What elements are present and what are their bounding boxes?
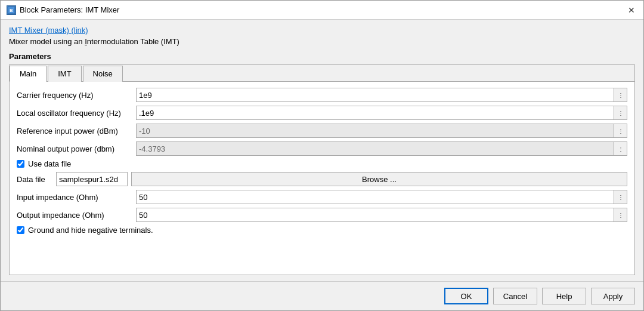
tab-content-main: Carrier frequency (Hz) ⋮ Local oscillato… bbox=[10, 82, 634, 275]
carrier-frequency-dots-btn[interactable]: ⋮ bbox=[614, 88, 627, 102]
ground-hide-label: Ground and hide negative terminals. bbox=[28, 226, 153, 235]
local-oscillator-input-wrap: ⋮ bbox=[136, 106, 627, 120]
cancel-button[interactable]: Cancel bbox=[493, 288, 537, 304]
data-file-label: Data file bbox=[17, 175, 52, 184]
ground-hide-row: Ground and hide negative terminals. bbox=[17, 226, 627, 235]
carrier-frequency-label: Carrier frequency (Hz) bbox=[17, 91, 136, 100]
reference-input-power-input bbox=[136, 124, 614, 138]
svg-text:B: B bbox=[10, 8, 13, 13]
reference-input-power-row: Reference input power (dBm) ⋮ bbox=[17, 124, 627, 138]
use-data-file-row: Use data file bbox=[17, 159, 627, 168]
output-impedance-input[interactable] bbox=[136, 208, 614, 222]
nominal-output-power-dots-btn[interactable]: ⋮ bbox=[614, 141, 627, 156]
nominal-output-power-input bbox=[136, 141, 614, 156]
data-file-row: Data file Browse ... bbox=[17, 172, 627, 186]
input-impedance-dots-btn[interactable]: ⋮ bbox=[614, 190, 627, 204]
apply-button[interactable]: Apply bbox=[591, 288, 635, 304]
block-parameters-dialog: B Block Parameters: IMT Mixer ✕ IMT Mixe… bbox=[0, 0, 644, 311]
carrier-frequency-input[interactable] bbox=[136, 88, 614, 102]
input-impedance-input[interactable] bbox=[136, 190, 614, 204]
use-data-file-label: Use data file bbox=[28, 159, 71, 168]
help-button[interactable]: Help bbox=[542, 288, 586, 304]
ok-button[interactable]: OK bbox=[444, 288, 488, 304]
nominal-output-power-row: Nominal output power (dbm) ⋮ bbox=[17, 141, 627, 156]
output-impedance-label: Output impedance (Ohm) bbox=[17, 211, 136, 220]
local-oscillator-dots-btn[interactable]: ⋮ bbox=[614, 106, 627, 120]
dialog-footer: OK Cancel Help Apply bbox=[1, 281, 643, 310]
input-impedance-label: Input impedance (Ohm) bbox=[17, 193, 136, 202]
reference-input-power-input-wrap: ⋮ bbox=[136, 124, 627, 138]
carrier-frequency-input-wrap: ⋮ bbox=[136, 88, 627, 102]
output-impedance-row: Output impedance (Ohm) ⋮ bbox=[17, 208, 627, 222]
carrier-frequency-row: Carrier frequency (Hz) ⋮ bbox=[17, 88, 627, 102]
tab-main[interactable]: Main bbox=[10, 66, 47, 82]
local-oscillator-label: Local oscillator frequency (Hz) bbox=[17, 109, 136, 118]
reference-input-power-dots-btn[interactable]: ⋮ bbox=[614, 124, 627, 138]
data-file-input[interactable] bbox=[56, 172, 128, 186]
input-impedance-row: Input impedance (Ohm) ⋮ bbox=[17, 190, 627, 204]
description-underline: I bbox=[85, 37, 87, 46]
dialog-title: Block Parameters: IMT Mixer bbox=[20, 5, 119, 14]
title-bar-left: B Block Parameters: IMT Mixer bbox=[7, 5, 119, 15]
parameters-label: Parameters bbox=[9, 52, 635, 61]
dialog-icon: B bbox=[7, 5, 16, 15]
ground-hide-checkbox[interactable] bbox=[17, 226, 24, 234]
reference-input-power-label: Reference input power (dBm) bbox=[17, 127, 136, 136]
output-impedance-dots-btn[interactable]: ⋮ bbox=[614, 208, 627, 222]
browse-button[interactable]: Browse ... bbox=[131, 172, 627, 186]
local-oscillator-input[interactable] bbox=[136, 106, 614, 120]
mask-link[interactable]: IMT Mixer (mask) (link) bbox=[9, 26, 635, 35]
dialog-body: IMT Mixer (mask) (link) Mixer model usin… bbox=[1, 20, 643, 281]
local-oscillator-row: Local oscillator frequency (Hz) ⋮ bbox=[17, 106, 627, 120]
use-data-file-checkbox[interactable] bbox=[17, 160, 24, 168]
tab-noise[interactable]: Noise bbox=[83, 66, 123, 82]
tabs-container: Main IMT Noise Carrier frequency (Hz) ⋮ … bbox=[9, 64, 635, 275]
input-impedance-input-wrap: ⋮ bbox=[136, 190, 627, 204]
description: Mixer model using an Intermodulation Tab… bbox=[9, 37, 635, 46]
tabs-header: Main IMT Noise bbox=[10, 65, 634, 82]
nominal-output-power-input-wrap: ⋮ bbox=[136, 141, 627, 156]
output-impedance-input-wrap: ⋮ bbox=[136, 208, 627, 222]
close-button[interactable]: ✕ bbox=[626, 4, 637, 16]
tab-imt[interactable]: IMT bbox=[48, 66, 81, 82]
nominal-output-power-label: Nominal output power (dbm) bbox=[17, 144, 136, 153]
title-bar: B Block Parameters: IMT Mixer ✕ bbox=[1, 1, 643, 20]
